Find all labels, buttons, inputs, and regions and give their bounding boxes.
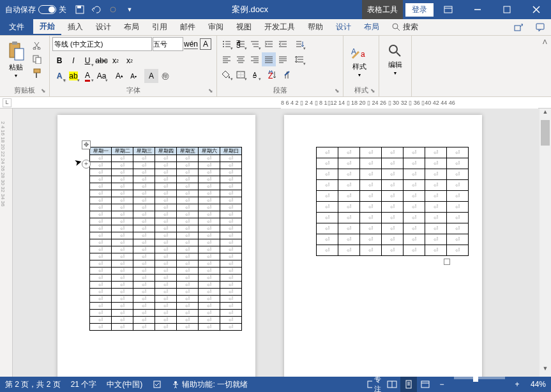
table-cell[interactable]: ⏎ [177, 268, 199, 275]
spellcheck-icon[interactable] [147, 377, 167, 392]
table-cell[interactable]: ⏎ [155, 310, 177, 317]
table-cell[interactable]: ⏎ [199, 268, 220, 275]
table-cell[interactable]: ⏎ [155, 204, 177, 211]
asian-layout-icon[interactable]: A̲ [248, 68, 262, 82]
table-cell[interactable]: ⏎ [133, 183, 155, 190]
table-cell[interactable]: ⏎ [90, 183, 112, 190]
table-cell[interactable]: ⏎ [199, 260, 220, 268]
char-shading-icon[interactable]: A [144, 69, 158, 83]
table-cell[interactable]: ⏎ [425, 191, 447, 202]
table-cell[interactable]: ⏎ [199, 324, 220, 331]
horizontal-ruler[interactable]: 8 6 4 2 ▯ 2 4 ▯ 8 1▯12 14 ▯ 18 20 ▯ 24 2… [281, 97, 538, 109]
text-effects-icon[interactable]: A [52, 69, 66, 83]
table-cell[interactable]: ⏎ [155, 183, 177, 190]
ruler-corner[interactable]: L [3, 98, 11, 107]
table-cell[interactable]: ⏎ [220, 296, 242, 303]
table-cell[interactable]: ⏎ [90, 310, 112, 317]
table-cell[interactable]: ⏎ [155, 225, 177, 232]
table-header-cell[interactable]: 星期二 [112, 147, 133, 155]
strike-icon[interactable]: abc [94, 54, 109, 68]
table-cell[interactable]: ⏎ [199, 246, 220, 253]
table-cell[interactable]: ⏎ [90, 303, 112, 310]
table-cell[interactable]: ⏎ [447, 169, 469, 180]
table-cell[interactable]: ⏎ [199, 239, 220, 246]
align-right-icon[interactable] [248, 52, 262, 66]
table-cell[interactable]: ⏎ [199, 218, 220, 225]
table-cell[interactable]: ⏎ [199, 275, 220, 282]
table-cell[interactable]: ⏎ [425, 234, 447, 245]
table-cell[interactable]: ⏎ [199, 303, 220, 310]
table-cell[interactable]: ⏎ [112, 282, 133, 289]
table-cell[interactable]: ⏎ [360, 245, 382, 256]
table-cell[interactable]: ⏎ [90, 176, 112, 183]
table-cell[interactable]: ⏎ [177, 218, 199, 225]
align-center-icon[interactable] [234, 52, 248, 66]
cut-icon[interactable] [30, 39, 44, 52]
table-cell[interactable]: ⏎ [155, 303, 177, 310]
table-cell[interactable]: ⏎ [317, 147, 338, 158]
table-cell[interactable]: ⏎ [177, 253, 199, 260]
table-cell[interactable]: ⏎ [404, 158, 425, 169]
table-cell[interactable]: ⏎ [90, 162, 112, 169]
align-justify-icon[interactable] [262, 52, 276, 66]
table-cell[interactable]: ⏎ [382, 191, 404, 202]
table-cell[interactable]: ⏎ [199, 162, 220, 169]
table-cell[interactable]: ⏎ [112, 275, 133, 282]
table-cell[interactable]: ⏎ [425, 213, 447, 223]
table-cell[interactable]: ⏎ [177, 317, 199, 324]
table-cell[interactable]: ⏎ [133, 204, 155, 211]
table-cell[interactable]: ⏎ [360, 158, 382, 169]
table-cell[interactable]: ⏎ [133, 197, 155, 204]
table-cell[interactable]: ⏎ [338, 223, 360, 234]
table-cell[interactable]: ⏎ [404, 223, 425, 234]
table-cell[interactable]: ⏎ [133, 310, 155, 317]
table-cell[interactable]: ⏎ [220, 204, 242, 211]
numbering-icon[interactable]: 123 [234, 37, 248, 51]
table-cell[interactable]: ⏎ [199, 253, 220, 260]
login-button[interactable]: 登录 [405, 3, 434, 17]
table-cell[interactable]: ⏎ [220, 275, 242, 282]
table-cell[interactable]: ⏎ [112, 218, 133, 225]
close-icon[interactable] [522, 0, 551, 19]
tab-file[interactable]: 文件 [0, 19, 33, 35]
table-cell[interactable]: ⏎ [90, 211, 112, 218]
collapse-ribbon-icon[interactable]: ᐱ [543, 38, 547, 45]
table-cell[interactable]: ⏎ [447, 234, 469, 245]
table-cell[interactable]: ⏎ [112, 253, 133, 260]
table-cell[interactable]: ⏎ [220, 183, 242, 190]
vertical-scrollbar[interactable]: ▲ ▼ [540, 109, 551, 377]
superscript-icon[interactable]: x2 [123, 54, 137, 68]
table-cell[interactable]: ⏎ [155, 324, 177, 331]
multilevel-icon[interactable] [248, 37, 262, 51]
bullets-icon[interactable] [220, 37, 234, 51]
paste-button[interactable]: 粘贴 ▼ [3, 37, 29, 82]
table-cell[interactable]: ⏎ [220, 176, 242, 183]
table-cell[interactable]: ⏎ [112, 204, 133, 211]
table-cell[interactable]: ⏎ [220, 190, 242, 197]
tab-layout[interactable]: 布局 [117, 19, 146, 35]
table-cell[interactable]: ⏎ [177, 176, 199, 183]
table-cell[interactable]: ⏎ [220, 169, 242, 176]
tab-ctx-design[interactable]: 设计 [329, 19, 358, 35]
borders-icon[interactable] [234, 68, 248, 82]
table-cell[interactable]: ⏎ [112, 232, 133, 239]
table-cell[interactable]: ⏎ [90, 190, 112, 197]
table-cell[interactable]: ⏎ [133, 268, 155, 275]
table-cell[interactable]: ⏎ [404, 234, 425, 245]
word-count[interactable]: 21 个字 [66, 377, 102, 392]
table-cell[interactable]: ⏎ [338, 147, 360, 158]
align-distribute-icon[interactable] [276, 52, 290, 66]
qat-more-icon[interactable]: ▼ [121, 0, 138, 19]
table-header-cell[interactable]: 星期四 [155, 147, 177, 155]
table-cell[interactable]: ⏎ [155, 317, 177, 324]
table-cell[interactable]: ⏎ [199, 225, 220, 232]
table-cell[interactable]: ⏎ [447, 223, 469, 234]
table-cell[interactable]: ⏎ [177, 183, 199, 190]
table-cell[interactable]: ⏎ [199, 310, 220, 317]
table-cell[interactable]: ⏎ [220, 324, 242, 331]
table-cell[interactable]: ⏎ [112, 211, 133, 218]
table-cell[interactable]: ⏎ [177, 260, 199, 268]
font-dialog-launcher[interactable]: ⬊ [206, 86, 215, 95]
table-cell[interactable]: ⏎ [133, 169, 155, 176]
table-cell[interactable]: ⏎ [317, 169, 338, 180]
